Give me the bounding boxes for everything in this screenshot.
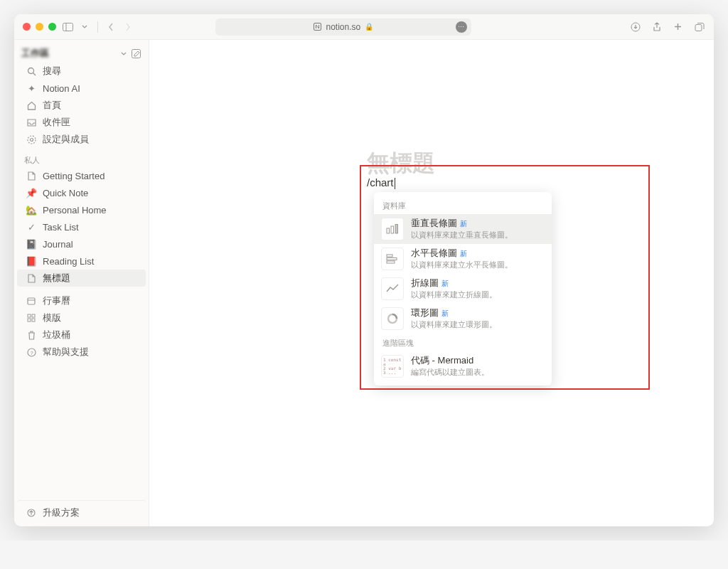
svg-rect-22: [387, 255, 392, 257]
svg-rect-13: [32, 314, 35, 317]
new-badge: 新: [460, 249, 467, 258]
minimize-window-button[interactable]: [36, 23, 43, 31]
tabs-icon[interactable]: [694, 21, 705, 33]
menu-section-advanced: 進階區塊: [374, 334, 552, 351]
forward-button[interactable]: [122, 21, 134, 33]
compose-icon[interactable]: [131, 48, 141, 59]
reader-button[interactable]: ⋯: [456, 21, 467, 33]
site-icon: [314, 23, 321, 31]
sidebar-item-calendar[interactable]: 行事曆: [17, 292, 146, 309]
sidebar-item-templates[interactable]: 模版: [17, 309, 146, 326]
bar-vertical-icon: [381, 218, 404, 240]
sidebar-item-label: 無標題: [43, 272, 70, 284]
url-bar[interactable]: notion.so 🔒 ⋯: [215, 18, 471, 36]
sidebar-page-personal-home[interactable]: 🏡 Personal Home: [17, 201, 146, 218]
sidebar-item-label: 垃圾桶: [43, 329, 70, 341]
new-badge: 新: [441, 279, 449, 288]
sidebar-item-help[interactable]: ? 幫助與支援: [17, 344, 146, 361]
svg-rect-0: [63, 23, 73, 31]
sidebar-item-label: 幫助與支援: [43, 346, 89, 358]
inbox-icon: [26, 117, 37, 128]
trash-icon: [26, 329, 37, 341]
svg-rect-4: [695, 24, 702, 31]
page-icon: [26, 170, 37, 181]
titlebar: notion.so 🔒 ⋯: [14, 14, 714, 40]
svg-rect-20: [391, 226, 394, 233]
svg-point-8: [30, 138, 33, 141]
svg-rect-10: [28, 298, 35, 304]
sidebar-page-getting-started[interactable]: Getting Started: [17, 167, 146, 184]
sidebar-item-trash[interactable]: 垃圾桶: [17, 326, 146, 344]
bar-horizontal-icon: [381, 248, 404, 270]
close-window-button[interactable]: [23, 23, 31, 31]
sidebar-item-settings[interactable]: 設定與成員: [17, 131, 146, 148]
sidebar-item-label: 設定與成員: [43, 133, 89, 146]
sidebar-page-reading-list[interactable]: 📕 Reading List: [17, 252, 146, 270]
sidebar-toggle-icon[interactable]: [62, 21, 73, 33]
maximize-window-button[interactable]: [48, 23, 56, 31]
menu-item-desc: 以資料庫來建立折線圖。: [411, 289, 497, 299]
sidebar-item-notion-ai[interactable]: ✦ Notion AI: [17, 80, 146, 97]
share-icon[interactable]: [651, 21, 663, 33]
sidebar-item-label: 搜尋: [43, 65, 61, 78]
svg-rect-14: [28, 319, 31, 321]
menu-item-desc: 以資料庫來建立環形圖。: [411, 319, 497, 329]
menu-item-title: 折線圖: [411, 277, 439, 289]
dropdown-chevron-icon[interactable]: [79, 21, 90, 33]
sidebar-page-journal[interactable]: 📓 Journal: [17, 235, 146, 252]
back-button[interactable]: [105, 21, 117, 33]
svg-point-9: [28, 136, 36, 144]
menu-section-database: 資料庫: [374, 196, 552, 214]
help-icon: ?: [26, 346, 37, 358]
svg-rect-5: [132, 49, 141, 58]
upgrade-icon: [26, 507, 37, 519]
download-icon[interactable]: [630, 21, 641, 33]
svg-point-6: [28, 68, 33, 73]
menu-item-mermaid-code[interactable]: 1 const a2 var b3 ... 代碼 - Mermaid 編寫代碼以…: [374, 351, 552, 381]
sidebar-page-untitled[interactable]: 無標題: [17, 270, 146, 287]
sidebar-page-quick-note[interactable]: 📌 Quick Note: [17, 184, 146, 201]
workspace-name: 工作區: [21, 47, 117, 60]
menu-item-line-chart[interactable]: 折線圖 新 以資料庫來建立折線圖。: [374, 274, 552, 304]
slash-command-menu: 資料庫 垂直長條圖 新 以資料庫來建立垂直長條圖。 水平長條圖: [374, 192, 552, 385]
pin-icon: 📌: [26, 187, 37, 198]
menu-item-vertical-bar-chart[interactable]: 垂直長條圖 新 以資料庫來建立垂直長條圖。: [374, 214, 552, 244]
sidebar-item-label: 行事曆: [43, 294, 70, 307]
svg-text:?: ?: [30, 349, 33, 356]
sidebar-page-task-list[interactable]: ✓ Task List: [17, 218, 146, 235]
menu-item-horizontal-bar-chart[interactable]: 水平長條圖 新 以資料庫來建立水平長條圖。: [374, 244, 552, 274]
menu-item-donut-chart[interactable]: 環形圖 新 以資料庫來建立環形圖。: [374, 304, 552, 334]
sidebar-item-label: Personal Home: [43, 205, 107, 216]
sidebar-item-label: 收件匣: [43, 116, 70, 129]
svg-rect-19: [387, 228, 390, 233]
sidebar-item-label: 升級方案: [43, 506, 80, 519]
sidebar: 工作區 搜尋 ✦ Notion AI 首頁 收件匣: [14, 40, 149, 526]
sidebar-item-label: 首頁: [43, 99, 61, 112]
page-title-placeholder[interactable]: 無標題: [367, 148, 435, 179]
url-text: notion.so: [326, 22, 360, 32]
svg-rect-23: [387, 258, 397, 260]
menu-item-desc: 編寫代碼以建立圖表。: [411, 367, 489, 377]
line-chart-icon: [381, 277, 404, 300]
workspace-switcher[interactable]: 工作區: [14, 40, 149, 63]
sidebar-item-label: Getting Started: [43, 171, 105, 181]
home-icon: [26, 100, 37, 111]
svg-rect-12: [28, 314, 31, 317]
sidebar-item-home[interactable]: 首頁: [17, 97, 146, 114]
new-tab-icon[interactable]: [673, 21, 684, 33]
sidebar-item-label: Task List: [43, 222, 79, 233]
slash-command-input[interactable]: /chart: [367, 176, 395, 189]
menu-item-title: 垂直長條圖: [411, 218, 457, 230]
menu-item-desc: 以資料庫來建立垂直長條圖。: [411, 230, 513, 240]
code-icon: 1 const a2 var b3 ...: [381, 355, 404, 378]
sparkle-icon: ✦: [26, 83, 37, 94]
svg-rect-24: [387, 261, 395, 263]
page-icon: [26, 272, 37, 284]
sidebar-item-inbox[interactable]: 收件匣: [17, 114, 146, 131]
main-content: 無標題 /chart 資料庫 垂直長條圖 新 以資料庫來建立垂直長條圖。: [149, 40, 714, 526]
sidebar-item-upgrade[interactable]: 升級方案: [17, 500, 146, 526]
sidebar-section-private: 私人: [14, 148, 149, 167]
check-icon: ✓: [26, 221, 37, 233]
sidebar-item-search[interactable]: 搜尋: [17, 63, 146, 80]
calendar-icon: [26, 295, 37, 307]
